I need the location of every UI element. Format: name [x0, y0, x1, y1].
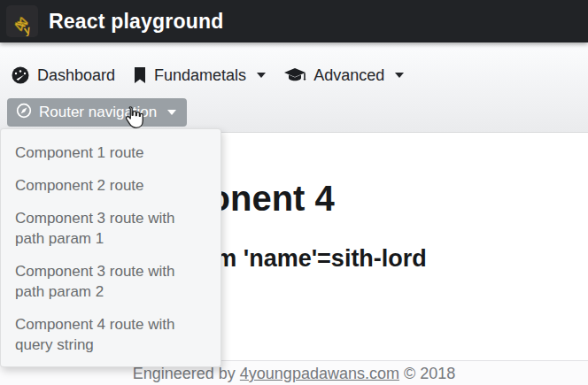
app-header: 4 4 y React playground — [0, 0, 588, 42]
menu-item-component-1-route[interactable]: Component 1 route — [1, 136, 220, 169]
app-logo: 4 4 y — [6, 5, 38, 37]
menu-item-component-3-route-param-2[interactable]: Component 3 route with path param 2 — [1, 255, 220, 308]
router-navigation-label: Router navigation — [39, 104, 157, 121]
dashboard-gauge-icon — [11, 65, 30, 85]
nav-item-label: Fundametals — [154, 66, 246, 85]
app-window: 4 4 y React playground Dashboard — [0, 0, 588, 385]
nav-item-advanced[interactable]: Advanced — [283, 66, 404, 85]
navbar: Dashboard Fundametals — [0, 42, 588, 133]
nav-links-row: Dashboard Fundametals — [11, 65, 404, 85]
footer-text: Engineered by — [133, 365, 240, 382]
nav-item-fundametals[interactable]: Fundametals — [133, 66, 266, 85]
chevron-down-icon — [395, 73, 404, 78]
bookmark-icon — [133, 66, 147, 84]
router-navigation-button[interactable]: Router navigation — [7, 98, 187, 127]
4youngpadawans-gold-logo: 4 4 y — [7, 6, 37, 36]
router-navigation-menu: Component 1 route Component 2 route Comp… — [0, 128, 221, 367]
nav-item-label: Dashboard — [37, 66, 115, 85]
menu-item-component-2-route[interactable]: Component 2 route — [1, 169, 220, 202]
compass-icon — [16, 103, 32, 123]
nav-item-label: Advanced — [313, 66, 384, 85]
menu-item-component-3-route-param-1[interactable]: Component 3 route with path param 1 — [1, 202, 220, 255]
footer-link[interactable]: 4youngpadawans.com — [240, 365, 399, 382]
graduation-cap-icon — [283, 66, 306, 84]
menu-item-component-4-route-query[interactable]: Component 4 route with query string — [1, 308, 220, 361]
chevron-down-icon — [257, 73, 266, 78]
chevron-down-icon — [167, 110, 176, 115]
nav-item-dashboard[interactable]: Dashboard — [11, 65, 115, 85]
footer-text: © 2018 — [399, 365, 455, 382]
page-title: React playground — [49, 10, 223, 34]
